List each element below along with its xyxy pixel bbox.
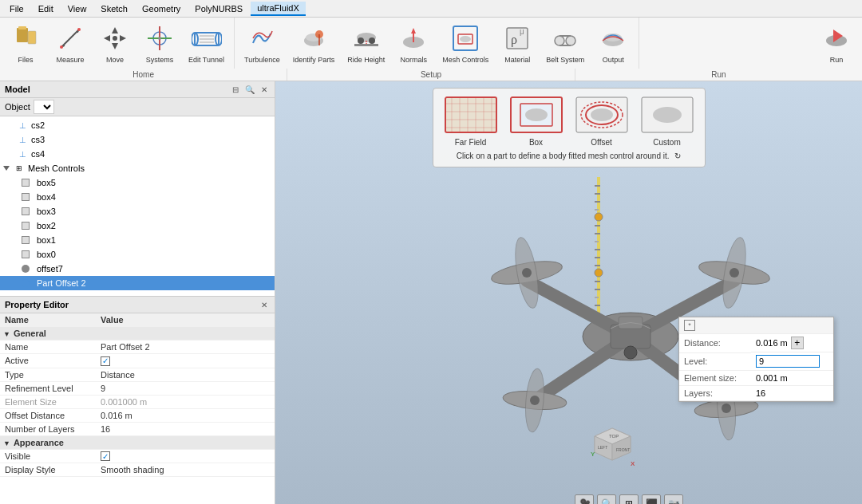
box-icon-2 — [19, 219, 32, 232]
svg-rect-1 — [18, 26, 26, 30]
tree-node-box0[interactable]: box0 — [0, 247, 275, 262]
tree-node-box3[interactable]: box3 — [0, 204, 275, 219]
prop-refinement-label: Refinement Level — [0, 381, 96, 395]
toolbar-btn-run[interactable]: Run — [816, 21, 857, 65]
mesh-type-offset[interactable]: Offset — [574, 95, 630, 147]
menu-view[interactable]: View — [61, 2, 93, 15]
vp-btn-1[interactable]: 🎥 — [575, 494, 594, 504]
prop-row-offset-distance: Offset Distance 0.016 m — [0, 408, 275, 422]
toolbar-btn-turbulence[interactable]: Turbulence — [239, 21, 285, 65]
toolbar-btn-material[interactable]: ρμ Material — [496, 21, 538, 65]
popup-distance-label: Distance: — [679, 334, 751, 352]
toolbar-btn-move[interactable]: Move — [94, 21, 136, 65]
toolbar-btn-edit-tunnel[interactable]: Edit Tunnel — [184, 21, 229, 65]
mesh-hint-text: Click on a part to define a body fitted … — [457, 152, 682, 160]
prop-section-general: ▼General — [0, 327, 275, 341]
vp-btn-5[interactable]: 📷 — [664, 494, 683, 504]
offset-label: Offset — [591, 138, 612, 147]
hint-refresh-icon[interactable]: ↻ — [674, 152, 681, 160]
box-icon-5 — [19, 176, 32, 189]
popup-level-input-cell — [751, 352, 833, 371]
prop-row-type: Type Distance — [0, 368, 275, 381]
prop-num-layers-value: 16 — [96, 422, 275, 435]
menu-polynurbs[interactable]: PolyNURBS — [188, 2, 249, 15]
toolbar-btn-mesh-controls[interactable]: Mesh Controls — [437, 21, 493, 65]
toolbar-group-setup: Turbulence Identify Parts Ride Height No… — [235, 18, 639, 69]
tree-node-cs3[interactable]: ⊥ cs3 — [0, 132, 275, 147]
svg-point-29 — [358, 37, 364, 44]
mesh-type-custom[interactable]: Custom — [639, 95, 695, 147]
vp-btn-2[interactable]: 🔍 — [597, 494, 616, 504]
model-panel-search-btn[interactable]: 🔍 — [244, 84, 255, 95]
popup-distance-value: 0.016 m + — [751, 334, 833, 352]
prop-row-element-size: Element Size 0.001000 m — [0, 395, 275, 408]
toolbar-btn-measure[interactable]: Measure — [49, 21, 91, 65]
tree-node-box5[interactable]: box5 — [0, 175, 275, 190]
model-panel-close-btn[interactable]: ✕ — [259, 84, 270, 95]
prop-type-label: Type — [0, 368, 96, 381]
menu-file[interactable]: File — [3, 2, 30, 15]
property-editor-close-btn[interactable]: ✕ — [259, 299, 270, 310]
toolbar-btn-output[interactable]: Output — [592, 21, 634, 65]
svg-point-42 — [566, 36, 575, 45]
tree-node-offset7[interactable]: offset7 — [0, 262, 275, 276]
popup-row-element-size: Element size: 0.001 m — [679, 371, 833, 386]
svg-text:Y: Y — [591, 451, 595, 458]
viewport[interactable]: Far Field Box — [275, 81, 862, 504]
active-checkbox[interactable]: ✓ — [101, 356, 110, 366]
visible-checkbox[interactable]: ✓ — [101, 451, 110, 461]
tree-label-mesh-controls: Mesh Controls — [28, 163, 85, 173]
toolbar-btn-systems[interactable]: Systems — [139, 21, 180, 65]
property-editor-title: Property Editor — [5, 300, 69, 309]
nav-cube[interactable]: TOP LEFT FRONT Y X — [587, 416, 639, 468]
svg-point-68 — [653, 107, 682, 123]
tree-label-cs2: cs2 — [31, 120, 45, 130]
toolbar-group-label-setup: Setup — [287, 69, 575, 81]
menu-edit[interactable]: Edit — [32, 2, 60, 15]
tree-node-box2[interactable]: box2 — [0, 219, 275, 233]
toolbar-btn-ride-height[interactable]: Ride Height — [342, 21, 389, 65]
svg-point-96 — [522, 268, 532, 278]
menubar: File Edit View Sketch Geometry PolyNURBS… — [0, 0, 862, 18]
tree-label-box1: box1 — [37, 235, 56, 245]
tree-node-part-offset-2[interactable]: Part Offset 2 — [0, 276, 275, 290]
prop-num-layers-label: Number of Layers — [0, 422, 96, 435]
svg-point-99 — [730, 268, 739, 278]
menu-ultrafluidx[interactable]: ultraFluidX — [251, 2, 306, 16]
prop-row-display-style: Display Style Smooth shading — [0, 463, 275, 477]
toolbar-btn-files[interactable]: Files — [5, 21, 46, 65]
prop-row-active: Active ✓ — [0, 354, 275, 368]
tree-node-cs4[interactable]: ⊥ cs4 — [0, 147, 275, 161]
svg-rect-38 — [507, 28, 528, 49]
svg-point-62 — [525, 108, 548, 121]
toolbar-btn-identify-parts[interactable]: Identify Parts — [288, 21, 340, 65]
tree-label-offset7: offset7 — [37, 264, 63, 274]
mesh-type-farfield[interactable]: Far Field — [443, 95, 499, 147]
menu-sketch[interactable]: Sketch — [94, 2, 134, 15]
tree-node-mesh-controls[interactable]: ⊞ Mesh Controls — [0, 161, 275, 175]
svg-line-3 — [61, 30, 79, 47]
model-header: Model ⊟ 🔍 ✕ — [0, 81, 275, 98]
vp-btn-3[interactable]: ⊞ — [619, 494, 639, 504]
tree-node-box4[interactable]: box4 — [0, 190, 275, 204]
popup-header-icon: * — [684, 320, 695, 331]
box-icon-1 — [19, 234, 32, 246]
svg-text:X: X — [631, 460, 635, 467]
tree-label-box3: box3 — [37, 207, 56, 216]
prop-row-refinement: Refinement Level 9 — [0, 381, 275, 395]
popup-level-input[interactable] — [756, 355, 820, 368]
vp-btn-4[interactable]: ⬛ — [642, 494, 661, 504]
toolbar-btn-normals[interactable]: Normals — [393, 21, 434, 65]
object-dropdown[interactable] — [34, 100, 54, 114]
prop-name-value: Part Offset 2 — [96, 341, 275, 354]
tree-label-box4: box4 — [37, 192, 56, 202]
model-panel-expand-btn[interactable]: ⊟ — [230, 84, 241, 95]
mesh-controls-panel: Far Field Box — [433, 88, 706, 167]
prop-col-name: Name — [0, 313, 96, 327]
tree-node-box1[interactable]: box1 — [0, 233, 275, 247]
menu-geometry[interactable]: Geometry — [136, 2, 187, 15]
mesh-type-box[interactable]: Box — [508, 95, 564, 147]
popup-add-button[interactable]: + — [791, 337, 804, 349]
tree-node-cs2[interactable]: ⊥ cs2 — [0, 118, 275, 132]
toolbar-btn-belt-system[interactable]: Belt System — [541, 21, 589, 65]
